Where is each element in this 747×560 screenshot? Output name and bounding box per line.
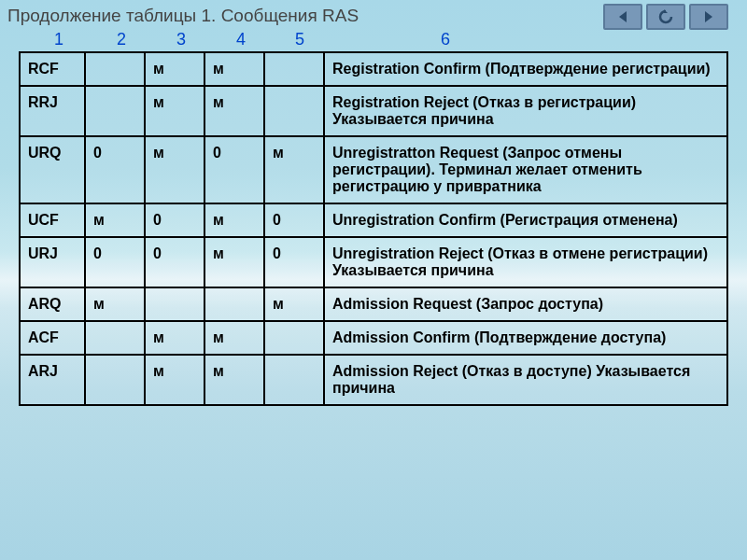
- cell-c2: м: [145, 355, 204, 405]
- msg-desc: Unregistration Reject (Отказ в отмене ре…: [324, 237, 727, 287]
- cell-c3: м: [204, 355, 264, 405]
- cell-c3: м: [204, 52, 264, 86]
- msg-code: URJ: [20, 237, 85, 287]
- cell-c4: [264, 52, 324, 86]
- table-row: RCFммRegistration Confirm (Подтверждение…: [20, 52, 727, 86]
- cell-c3: м: [204, 321, 264, 355]
- table-row: ACFммAdmission Confirm (Подтверждение до…: [20, 321, 727, 355]
- cell-c3: м: [204, 86, 264, 136]
- msg-code: RCF: [20, 52, 85, 86]
- cell-c2: м: [145, 52, 204, 86]
- cell-c3: м: [204, 237, 264, 287]
- col-num-5: 5: [271, 30, 329, 49]
- cell-c4: м: [264, 287, 324, 321]
- msg-code: ARJ: [20, 355, 85, 405]
- home-button[interactable]: [646, 4, 685, 30]
- col-num-4: 4: [211, 30, 271, 49]
- col-num-2: 2: [92, 30, 151, 49]
- cell-c2: м: [145, 321, 204, 355]
- prev-button[interactable]: [603, 4, 642, 30]
- column-headers: 1 2 3 4 5 6: [0, 30, 747, 51]
- cell-c1: 0: [85, 136, 145, 203]
- msg-code: URQ: [20, 136, 85, 203]
- cell-c1: м: [85, 203, 145, 237]
- msg-desc: Admission Reject (Отказ в доступе) Указы…: [324, 355, 727, 405]
- msg-desc: Unregistratton Request (Запрос отмены ре…: [324, 136, 727, 203]
- table-row: URQ0м0мUnregistratton Request (Запрос от…: [20, 136, 727, 203]
- msg-desc: Unregistration Confirm (Регистрация отме…: [324, 203, 727, 237]
- msg-code: ACF: [20, 321, 85, 355]
- msg-desc: Admission Confirm (Подтверждение доступа…: [324, 321, 727, 355]
- cell-c3: м: [204, 203, 264, 237]
- svg-marker-1: [664, 9, 668, 13]
- col-num-1: 1: [26, 30, 92, 49]
- ras-table: RCFммRegistration Confirm (Подтверждение…: [19, 51, 728, 406]
- cell-c2: [145, 287, 204, 321]
- cell-c1: 0: [85, 237, 145, 287]
- table-row: ARJммAdmission Reject (Отказ в доступе) …: [20, 355, 727, 405]
- cell-c3: 0: [204, 136, 264, 203]
- msg-code: UCF: [20, 203, 85, 237]
- msg-desc: Admission Request (Запрос доступа): [324, 287, 727, 321]
- col-num-6: 6: [329, 30, 562, 49]
- cell-c4: [264, 355, 324, 405]
- cell-c4: 0: [264, 203, 324, 237]
- cell-c2: м: [145, 136, 204, 203]
- cell-c3: [204, 287, 264, 321]
- svg-marker-0: [619, 11, 627, 22]
- svg-marker-2: [705, 11, 712, 22]
- nav-buttons: [603, 4, 728, 30]
- msg-desc: Registration Confirm (Подтверждение реги…: [324, 52, 727, 86]
- col-num-3: 3: [151, 30, 211, 49]
- cell-c4: [264, 321, 324, 355]
- table-row: RRJммRegistration Reject (Отказ в регист…: [20, 86, 727, 136]
- msg-code: ARQ: [20, 287, 85, 321]
- next-button[interactable]: [689, 4, 728, 30]
- table-row: UCFм0м0Unregistration Confirm (Регистрац…: [20, 203, 727, 237]
- cell-c4: 0: [264, 237, 324, 287]
- table-row: ARQммAdmission Request (Запрос доступа): [20, 287, 727, 321]
- cell-c4: м: [264, 136, 324, 203]
- cell-c1: [85, 52, 145, 86]
- msg-desc: Registration Reject (Отказ в регистрации…: [324, 86, 727, 136]
- cell-c1: [85, 86, 145, 136]
- cell-c2: м: [145, 86, 204, 136]
- cell-c2: 0: [145, 203, 204, 237]
- table-row: URJ00м0Unregistration Reject (Отказ в от…: [20, 237, 727, 287]
- cell-c1: [85, 355, 145, 405]
- cell-c2: 0: [145, 237, 204, 287]
- cell-c1: м: [85, 287, 145, 321]
- cell-c4: [264, 86, 324, 136]
- cell-c1: [85, 321, 145, 355]
- msg-code: RRJ: [20, 86, 85, 136]
